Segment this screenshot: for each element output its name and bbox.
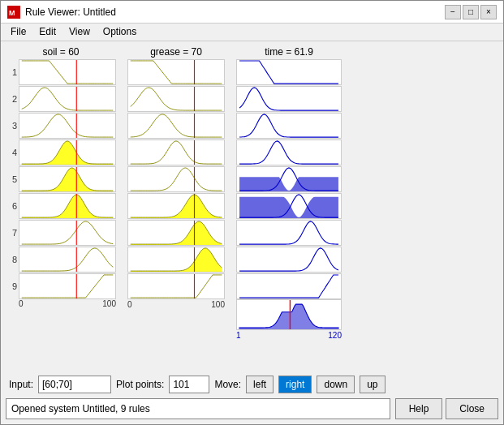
rule-number: 9 <box>6 281 17 291</box>
rule-row: 6 <box>6 193 116 219</box>
grease-plot-2 <box>127 86 225 112</box>
rule-number: 1 <box>6 67 17 77</box>
rule-row: 1 <box>6 59 116 85</box>
rule-row: 7 <box>6 220 116 246</box>
time-plot-3 <box>236 113 342 139</box>
window-title: Rule Viewer: Untitled <box>25 6 116 18</box>
soil-plot-5 <box>19 166 116 192</box>
move-left-button[interactable]: left <box>246 376 274 393</box>
rule-number: 7 <box>6 228 17 238</box>
help-button[interactable]: Help <box>395 398 443 419</box>
plot-points-field[interactable] <box>169 376 209 393</box>
rule-row: 9 <box>6 273 116 299</box>
titlebar: M Rule Viewer: Untitled − □ × <box>1 1 503 24</box>
rule-row: 2 <box>6 86 116 112</box>
rules-area: soil = 60 1 2 3 4 5 6 7 8 9 <box>6 46 498 370</box>
main-window: M Rule Viewer: Untitled − □ × File Edit … <box>0 0 504 425</box>
grease-rule-row <box>127 59 225 85</box>
grease-plot-1 <box>127 59 225 85</box>
soil-plot-3 <box>19 113 116 139</box>
minimize-button[interactable]: − <box>445 5 461 19</box>
time-axis-max: 120 <box>328 331 342 340</box>
grease-plots <box>127 59 225 299</box>
menu-edit[interactable]: Edit <box>32 25 62 39</box>
grease-rule-row <box>127 273 225 299</box>
maximize-button[interactable]: □ <box>463 5 479 19</box>
time-plot-4 <box>236 140 342 165</box>
grease-rule-row <box>127 220 225 246</box>
controls-row: Input: Plot points: Move: left right dow… <box>6 373 498 396</box>
main-content: soil = 60 1 2 3 4 5 6 7 8 9 <box>1 41 503 424</box>
titlebar-left: M Rule Viewer: Untitled <box>7 6 116 19</box>
move-up-button[interactable]: up <box>360 376 385 393</box>
rule-number: 3 <box>6 121 17 131</box>
grease-rule-row <box>127 193 225 219</box>
soil-plot-9 <box>19 273 116 299</box>
status-text: Opened system Untitled, 9 rules <box>6 398 390 419</box>
menubar: File Edit View Options <box>1 24 503 41</box>
plot-points-label: Plot points: <box>116 379 164 390</box>
grease-plot-3 <box>127 113 225 139</box>
time-rule-row <box>236 273 342 299</box>
grease-rule-row <box>127 86 225 112</box>
soil-axis-min: 0 <box>19 299 24 308</box>
soil-header: soil = 60 <box>42 46 79 58</box>
grease-rule-row <box>127 166 225 192</box>
grease-axis-max: 100 <box>211 300 225 309</box>
time-axis-min: 1 <box>236 331 241 340</box>
soil-plot-8 <box>19 247 116 273</box>
soil-plot-1 <box>19 59 116 85</box>
time-rule-row <box>236 193 342 219</box>
rule-number: 4 <box>6 148 17 157</box>
time-rule-row <box>236 140 342 165</box>
rule-number: 5 <box>6 174 17 184</box>
soil-plots: 1 2 3 4 5 6 7 8 9 <box>6 59 116 299</box>
grease-axis-min: 0 <box>127 300 132 309</box>
time-rule-row <box>236 166 342 192</box>
time-rule-row <box>236 113 342 139</box>
soil-axis: 0 100 <box>19 299 116 308</box>
grease-plot-6 <box>127 193 225 219</box>
input-field[interactable] <box>38 376 111 393</box>
soil-plot-7 <box>19 220 116 246</box>
aggregate-output-plot <box>236 299 342 330</box>
status-row: Opened system Untitled, 9 rules Help Clo… <box>6 398 498 419</box>
move-label: Move: <box>214 379 241 390</box>
menu-options[interactable]: Options <box>97 25 143 39</box>
menu-file[interactable]: File <box>4 25 32 39</box>
input-label: Input: <box>9 379 33 390</box>
soil-column: soil = 60 1 2 3 4 5 6 7 8 9 <box>6 46 116 370</box>
time-plots <box>236 59 342 299</box>
action-buttons: Help Close <box>395 398 498 419</box>
grease-rule-row <box>127 140 225 165</box>
grease-header: grease = 70 <box>150 46 202 58</box>
close-button[interactable]: × <box>480 5 497 19</box>
time-plot-7 <box>236 220 342 246</box>
soil-plot-6 <box>19 193 116 219</box>
move-right-button[interactable]: right <box>278 376 312 393</box>
time-plot-6 <box>236 193 342 219</box>
soil-plot-2 <box>19 86 116 112</box>
time-plot-2 <box>236 86 342 112</box>
time-axis: 1 120 <box>236 331 342 340</box>
time-plot-8 <box>236 247 342 273</box>
close-window-button[interactable]: Close <box>446 398 498 419</box>
rule-number: 8 <box>6 255 17 264</box>
menu-view[interactable]: View <box>62 25 97 39</box>
rule-row: 5 <box>6 166 116 192</box>
grease-column: grease = 70 <box>127 46 225 370</box>
grease-plot-8 <box>127 247 225 273</box>
rule-number: 6 <box>6 201 17 211</box>
time-rule-row <box>236 220 342 246</box>
grease-plot-4 <box>127 140 225 165</box>
time-plot-5 <box>236 166 342 192</box>
grease-plot-5 <box>127 166 225 192</box>
svg-text:M: M <box>9 9 15 17</box>
grease-rule-row <box>127 113 225 139</box>
time-plot-9 <box>236 273 342 299</box>
rule-row: 3 <box>6 113 116 139</box>
move-down-button[interactable]: down <box>317 376 355 393</box>
rule-number: 2 <box>6 94 17 104</box>
time-column: time = 61.9 <box>236 46 342 370</box>
grease-plot-7 <box>127 220 225 246</box>
